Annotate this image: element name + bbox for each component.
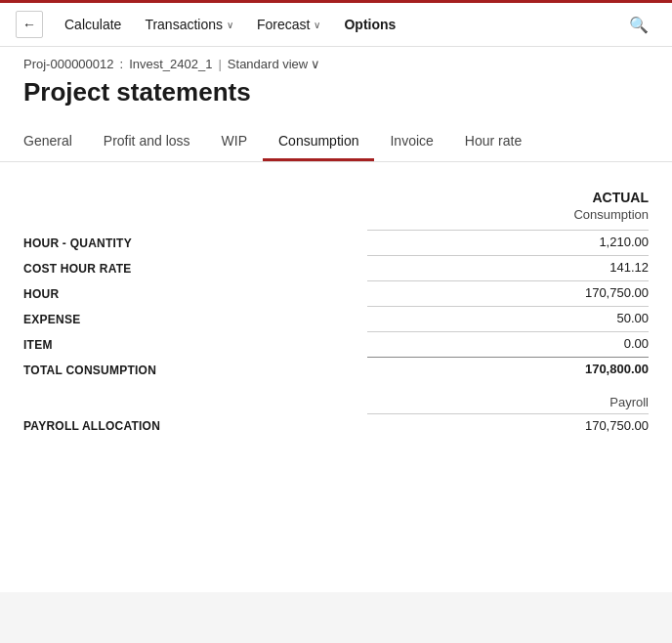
tab-consumption[interactable]: Consumption <box>263 123 375 161</box>
hour-quantity-label: HOUR - QUANTITY <box>23 231 367 256</box>
row-total-consumption: TOTAL CONSUMPTION 170,800.00 <box>23 358 649 383</box>
back-button[interactable]: ← <box>16 11 43 38</box>
page-title-area: Project statements <box>0 71 672 123</box>
options-label: Options <box>344 17 396 32</box>
transactions-chevron-icon: ∨ <box>227 20 233 30</box>
hour-label: HOUR <box>23 281 367 307</box>
row-cost-hour-rate: COST HOUR RATE 141.12 <box>23 256 649 281</box>
expense-value: 50.00 <box>367 307 649 332</box>
actual-header-row: ACTUAL <box>23 186 649 207</box>
payroll-subheader-row: Payroll <box>23 383 649 414</box>
empty-subheader <box>23 207 367 231</box>
search-icon: 🔍 <box>629 17 649 33</box>
total-consumption-label: TOTAL CONSUMPTION <box>23 358 367 383</box>
breadcrumb-area: Proj-000000012 : Invest_2402_1 | Standar… <box>0 47 672 71</box>
search-button[interactable]: 🔍 <box>621 12 656 38</box>
row-payroll-allocation: PAYROLL ALLOCATION 170,750.00 <box>23 413 649 439</box>
nav-item-calculate[interactable]: Calculate <box>55 1 131 48</box>
breadcrumb: Proj-000000012 : Invest_2402_1 | Standar… <box>23 57 649 71</box>
tabs-bar: General Profit and loss WIP Consumption … <box>0 123 672 162</box>
row-expense: EXPENSE 50.00 <box>23 307 649 332</box>
calculate-label: Calculate <box>64 17 121 32</box>
consumption-subheader-row: Consumption <box>23 207 649 231</box>
nav-item-forecast[interactable]: Forecast ∨ <box>247 1 330 48</box>
project-id: Proj-000000012 <box>23 57 114 71</box>
breadcrumb-pipe: | <box>218 57 221 71</box>
payroll-subheader-label: Payroll <box>367 383 649 414</box>
empty-header <box>23 186 367 207</box>
payroll-allocation-label: PAYROLL ALLOCATION <box>23 413 367 439</box>
item-value: 0.00 <box>367 332 649 358</box>
project-name: Invest_2402_1 <box>129 57 212 71</box>
nav-item-options[interactable]: Options <box>334 1 405 48</box>
total-consumption-value: 170,800.00 <box>367 358 649 383</box>
tab-wip[interactable]: WIP <box>206 123 263 161</box>
breadcrumb-separator: : <box>120 57 124 71</box>
top-navigation-bar: ← Calculate Transactions ∨ Forecast ∨ Op… <box>0 0 672 47</box>
tab-hour-rate[interactable]: Hour rate <box>449 123 537 161</box>
forecast-chevron-icon: ∨ <box>314 20 320 30</box>
view-chevron-icon: ∨ <box>311 57 320 71</box>
empty-payroll-subheader <box>23 383 367 414</box>
tab-invoice[interactable]: Invoice <box>374 123 448 161</box>
cost-hour-rate-label: COST HOUR RATE <box>23 256 367 281</box>
consumption-table: ACTUAL Consumption HOUR - QUANTITY 1,210… <box>23 186 649 439</box>
row-hour-quantity: HOUR - QUANTITY 1,210.00 <box>23 231 649 256</box>
row-item: ITEM 0.00 <box>23 332 649 358</box>
tab-general[interactable]: General <box>23 123 88 161</box>
expense-label: EXPENSE <box>23 307 367 332</box>
row-hour: HOUR 170,750.00 <box>23 281 649 307</box>
tab-profit-and-loss[interactable]: Profit and loss <box>88 123 206 161</box>
cost-hour-rate-value: 141.12 <box>367 256 649 281</box>
nav-item-transactions[interactable]: Transactions ∨ <box>135 1 243 48</box>
item-label: ITEM <box>23 332 367 358</box>
forecast-label: Forecast <box>257 17 310 32</box>
payroll-allocation-value: 170,750.00 <box>367 413 649 439</box>
consumption-subheader-label: Consumption <box>367 207 649 231</box>
view-selector[interactable]: Standard view ∨ <box>228 57 320 71</box>
page-title: Project statements <box>23 77 649 107</box>
view-label: Standard view <box>228 57 308 71</box>
hour-quantity-value: 1,210.00 <box>367 231 649 256</box>
hour-value: 170,750.00 <box>367 281 649 307</box>
back-arrow-icon: ← <box>22 17 36 32</box>
transactions-label: Transactions <box>145 17 223 32</box>
actual-header-label: ACTUAL <box>367 186 649 207</box>
main-content: ACTUAL Consumption HOUR - QUANTITY 1,210… <box>0 162 672 592</box>
